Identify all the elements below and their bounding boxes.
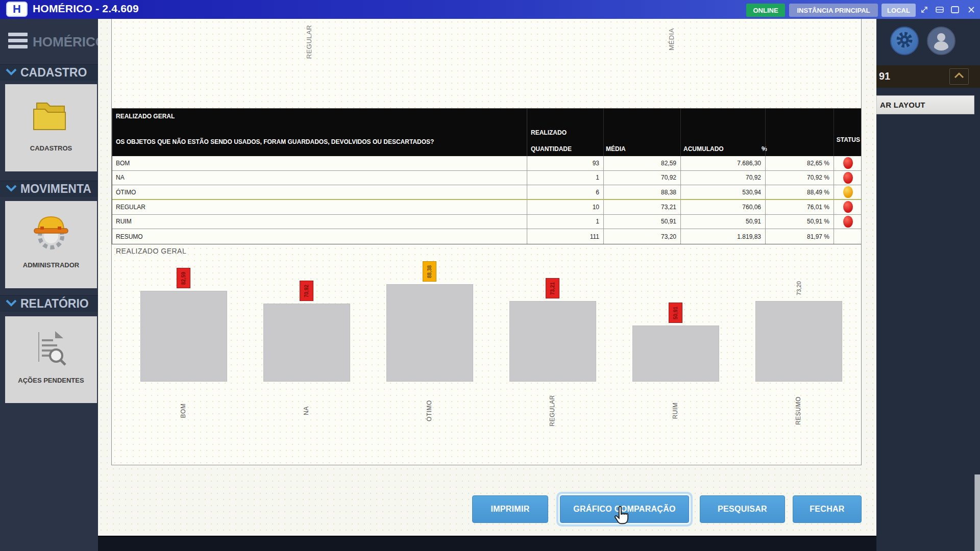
pesquisar-button[interactable]: PESQUISAR bbox=[700, 495, 785, 523]
chart-title: REALIZADO GERAL bbox=[116, 247, 186, 255]
table-row[interactable]: NA170,9270,9270,92 % bbox=[112, 171, 862, 186]
row-acumulado: 70,92 bbox=[680, 171, 765, 185]
app-logo: H bbox=[6, 2, 28, 17]
sidebar: HOMÉRICO CADASTRO CADASTROS MOVIMENTA bbox=[0, 19, 98, 551]
maximize-icon[interactable] bbox=[949, 4, 961, 15]
bar-bom[interactable] bbox=[140, 291, 227, 382]
minimize-icon[interactable] bbox=[934, 4, 945, 15]
bar-value-tag: 73,21 bbox=[546, 278, 559, 298]
row-percent: 76,01 % bbox=[765, 200, 834, 214]
report-search-icon bbox=[30, 323, 72, 372]
x-axis-label: REGULAR bbox=[549, 380, 557, 441]
report-table: REALIZADO GERAL OS OBJETOS QUE NÃO ESTÃO… bbox=[112, 108, 862, 244]
layout-button[interactable]: AR LAYOUT bbox=[876, 95, 974, 114]
previous-chart-axis-label: REGULAR bbox=[305, 19, 313, 75]
row-label: RUIM bbox=[112, 215, 527, 229]
row-media: 73,20 bbox=[603, 229, 680, 244]
status-cell bbox=[834, 185, 862, 199]
x-axis-label: BOM bbox=[180, 380, 188, 441]
table-row[interactable]: RUIM150,9150,9150,91 % bbox=[112, 215, 862, 230]
status-cell bbox=[834, 229, 862, 244]
row-percent: 81,97 % bbox=[765, 229, 834, 244]
bar-value-label: 73,20 bbox=[796, 281, 802, 295]
row-acumulado: 530,94 bbox=[680, 185, 765, 199]
bar-value-label: 82,59 bbox=[181, 271, 186, 284]
column-header-status: STATUS bbox=[834, 136, 860, 143]
right-scrollbar[interactable] bbox=[974, 474, 980, 551]
bar-value-label: 50,91 bbox=[673, 306, 678, 319]
bar-value-tag: 88,38 bbox=[423, 261, 436, 282]
right-panel: 91 AR LAYOUT bbox=[876, 19, 980, 551]
bar-value-label: 73,21 bbox=[550, 282, 555, 294]
sidebar-section-relatorio[interactable]: RELATÓRIO bbox=[0, 295, 98, 312]
modal-bottom-edge bbox=[98, 536, 876, 551]
bar-value-tag: 70,92 bbox=[300, 281, 313, 301]
bar-ruim[interactable] bbox=[632, 325, 719, 382]
collapse-button[interactable] bbox=[949, 68, 969, 85]
fechar-button[interactable]: FECHAR bbox=[793, 495, 862, 523]
table-row[interactable]: REGULAR1073,21760,0676,01 % bbox=[112, 200, 862, 215]
column-header-percent: % bbox=[762, 145, 767, 153]
x-axis-label: ÓTIMO bbox=[426, 380, 434, 441]
imprimir-button[interactable]: IMPRIMIR bbox=[472, 495, 548, 523]
sidebar-item-label: AÇÕES PENDENTES bbox=[18, 377, 84, 384]
row-acumulado: 1.819,83 bbox=[680, 229, 765, 244]
folder-icon bbox=[30, 91, 72, 140]
sidebar-item-cadastros[interactable]: CADASTROS bbox=[5, 84, 97, 171]
bar-ótimo[interactable] bbox=[386, 284, 473, 382]
fullscreen-icon[interactable] bbox=[919, 4, 930, 15]
grafico-comparacao-button[interactable]: GRÁFICO COMPARAÇÃO bbox=[560, 495, 689, 523]
row-media: 73,21 bbox=[603, 200, 680, 214]
bar-regular[interactable] bbox=[509, 301, 596, 382]
report-table-body: BOM9382,597.686,3082,65 %NA170,9270,9270… bbox=[112, 156, 862, 244]
chevron-down-icon bbox=[5, 299, 17, 309]
instance-badge: INSTÂNCIA PRINCIPAL bbox=[789, 4, 878, 17]
table-question: OS OBJETOS QUE NÃO ESTÃO SENDO USADOS, F… bbox=[116, 138, 434, 145]
sidebar-section-movimenta[interactable]: MOVIMENTA bbox=[0, 181, 98, 197]
online-status-badge: ONLINE bbox=[746, 4, 785, 17]
close-icon[interactable] bbox=[966, 4, 977, 15]
row-quantidade: 10 bbox=[527, 200, 603, 214]
column-header-media: MÉDIA bbox=[606, 145, 626, 153]
table-row[interactable]: RESUMO11173,201.819,8381,97 % bbox=[112, 229, 862, 244]
settings-button[interactable] bbox=[890, 27, 919, 55]
x-axis-label: RUIM bbox=[672, 380, 680, 441]
status-cell bbox=[834, 156, 862, 170]
row-acumulado: 7.686,30 bbox=[680, 156, 765, 170]
bar-value-tag: 50,91 bbox=[669, 303, 682, 323]
bar-resumo[interactable] bbox=[755, 301, 842, 382]
bar-value-label: 88,38 bbox=[427, 265, 432, 278]
profile-button[interactable] bbox=[927, 27, 955, 55]
row-quantidade: 6 bbox=[527, 185, 603, 199]
table-row[interactable]: BOM9382,597.686,3082,65 % bbox=[112, 156, 862, 171]
status-red-icon bbox=[843, 216, 853, 228]
row-media: 82,59 bbox=[603, 156, 680, 170]
row-label: BOM bbox=[112, 156, 527, 170]
sidebar-item-administrador[interactable]: ADMINISTRADOR bbox=[5, 201, 97, 288]
sidebar-section-label: MOVIMENTA bbox=[20, 182, 91, 196]
column-header-realizado: REALIZADO bbox=[531, 129, 567, 136]
table-row[interactable]: ÓTIMO688,38530,9488,49 % bbox=[112, 185, 862, 200]
row-percent: 82,65 % bbox=[765, 156, 834, 170]
sidebar-section-label: CADASTRO bbox=[20, 66, 87, 80]
row-percent: 88,49 % bbox=[765, 185, 834, 199]
row-quantidade: 1 bbox=[527, 215, 603, 229]
panel-header: 91 bbox=[876, 65, 980, 88]
title-bar: H HOMÉRICO - 2.4.609 ONLINE INSTÂNCIA PR… bbox=[0, 0, 980, 19]
sidebar-brand: HOMÉRICO bbox=[33, 34, 98, 50]
row-acumulado: 50,91 bbox=[680, 215, 765, 229]
row-media: 70,92 bbox=[603, 171, 680, 185]
bar-value-tag: 73,20 bbox=[792, 278, 805, 298]
sidebar-section-cadastro[interactable]: CADASTRO bbox=[0, 64, 98, 81]
bar-na[interactable] bbox=[263, 304, 350, 382]
x-axis-label: NA bbox=[303, 380, 311, 441]
sidebar-item-acoes-pendentes[interactable]: AÇÕES PENDENTES bbox=[5, 316, 97, 403]
menu-icon[interactable] bbox=[8, 33, 28, 51]
sidebar-section-label: RELATÓRIO bbox=[20, 297, 89, 311]
bar-value-label: 70,92 bbox=[304, 284, 309, 297]
row-quantidade: 111 bbox=[527, 229, 603, 244]
report-table-header: REALIZADO GERAL OS OBJETOS QUE NÃO ESTÃO… bbox=[112, 109, 862, 156]
x-axis-label: RESUMO bbox=[795, 380, 803, 441]
status-cell bbox=[834, 171, 862, 185]
report-page: REGULAR MÉDIA REALIZADO GERAL OS OBJETOS… bbox=[111, 19, 862, 465]
